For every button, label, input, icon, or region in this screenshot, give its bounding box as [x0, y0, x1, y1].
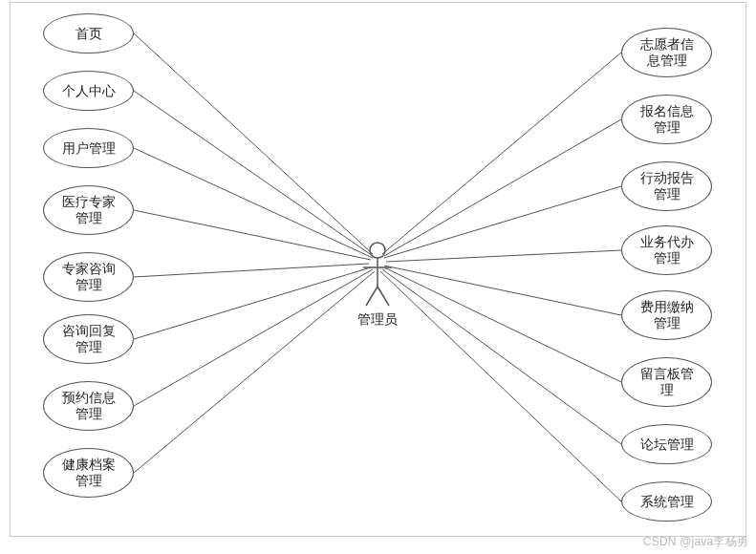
usecase-signup-mgmt: 报名信息管理: [621, 95, 712, 144]
usecase-label: 用户管理: [62, 140, 116, 157]
usecase-agent-mgmt: 业务代办管理: [621, 225, 712, 275]
watermark: CSDN @java李杨勇: [643, 534, 748, 550]
usecase-board-mgmt: 留言板管理: [621, 357, 712, 407]
usecase-label: 志愿者信息管理: [640, 36, 694, 69]
usecase-label: 论坛管理: [640, 437, 694, 453]
usecase-label: 报名信息管理: [640, 103, 694, 136]
usecase-label: 健康档案管理: [62, 457, 116, 489]
usecase-label: 医疗专家管理: [62, 194, 116, 226]
usecase-label: 行动报告管理: [640, 170, 694, 202]
usecase-label: 费用缴纳管理: [640, 299, 694, 331]
usecase-report-mgmt: 行动报告管理: [621, 161, 712, 211]
usecase-label: 个人中心: [62, 83, 116, 99]
usecase-fee-mgmt: 费用缴纳管理: [621, 290, 712, 340]
usecase-volunteer-mgmt: 志愿者信息管理: [621, 28, 712, 77]
usecase-appoint-mgmt: 预约信息管理: [43, 381, 134, 431]
usecase-label: 系统管理: [640, 494, 694, 510]
usecase-user-mgmt: 用户管理: [43, 128, 134, 168]
usecase-label: 首页: [76, 26, 102, 42]
usecase-reply-mgmt: 咨询回复管理: [43, 314, 134, 364]
usecase-system-mgmt: 系统管理: [621, 481, 712, 522]
usecase-forum-mgmt: 论坛管理: [621, 424, 712, 464]
usecase-label: 留言板管理: [640, 366, 694, 398]
usecase-health-mgmt: 健康档案管理: [43, 448, 134, 498]
actor-label: 管理员: [356, 311, 400, 329]
usecase-label: 预约信息管理: [62, 390, 116, 422]
usecase-label: 专家咨询管理: [62, 261, 116, 293]
usecase-personal: 个人中心: [43, 71, 134, 111]
usecase-label: 咨询回复管理: [62, 323, 116, 355]
usecase-expert-mgmt: 医疗专家管理: [43, 185, 134, 235]
usecase-home: 首页: [43, 13, 134, 53]
usecase-label: 业务代办管理: [640, 234, 694, 266]
usecase-consult-mgmt: 专家咨询管理: [43, 252, 134, 302]
